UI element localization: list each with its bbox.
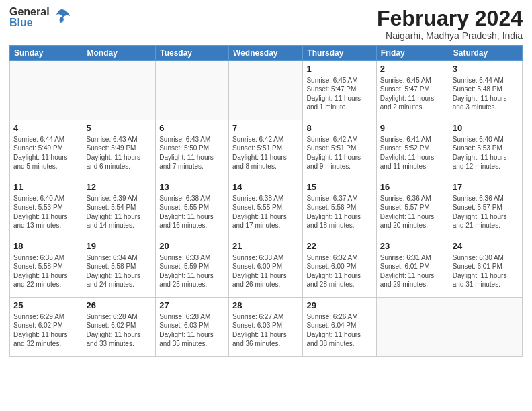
day-info: Sunrise: 6:44 AM Sunset: 5:49 PM Dayligh… (13, 135, 79, 171)
day-number: 2 (380, 63, 445, 75)
day-info: Sunrise: 6:35 AM Sunset: 5:58 PM Dayligh… (13, 253, 79, 289)
day-number: 20 (159, 240, 225, 253)
day-number: 10 (453, 122, 519, 134)
table-row: 9Sunrise: 6:41 AM Sunset: 5:52 PM Daylig… (376, 120, 449, 179)
table-row: 22Sunrise: 6:32 AM Sunset: 6:00 PM Dayli… (303, 238, 376, 298)
day-info: Sunrise: 6:30 AM Sunset: 6:01 PM Dayligh… (453, 253, 519, 289)
day-number: 19 (87, 240, 152, 253)
day-info: Sunrise: 6:33 AM Sunset: 6:00 PM Dayligh… (232, 253, 299, 289)
table-row: 20Sunrise: 6:33 AM Sunset: 5:59 PM Dayli… (156, 238, 229, 298)
table-row: 26Sunrise: 6:28 AM Sunset: 6:02 PM Dayli… (83, 298, 156, 357)
day-number: 14 (232, 181, 299, 193)
table-row (83, 61, 156, 120)
day-number: 26 (87, 300, 152, 312)
day-number: 24 (453, 240, 519, 253)
col-saturday: Saturday (449, 46, 522, 61)
table-row: 2Sunrise: 6:45 AM Sunset: 5:47 PM Daylig… (376, 61, 449, 120)
table-row: 27Sunrise: 6:28 AM Sunset: 6:03 PM Dayli… (156, 298, 229, 357)
calendar-table: Sunday Monday Tuesday Wednesday Thursday… (9, 45, 523, 357)
day-info: Sunrise: 6:41 AM Sunset: 5:52 PM Dayligh… (380, 135, 445, 171)
day-number: 27 (159, 300, 225, 312)
col-friday: Friday (376, 46, 449, 61)
day-info: Sunrise: 6:36 AM Sunset: 5:57 PM Dayligh… (380, 194, 445, 230)
table-row: 5Sunrise: 6:43 AM Sunset: 5:49 PM Daylig… (83, 120, 156, 179)
day-number: 23 (380, 240, 445, 253)
table-row (156, 61, 229, 120)
col-monday: Monday (83, 46, 156, 61)
table-row: 28Sunrise: 6:27 AM Sunset: 6:03 PM Dayli… (229, 298, 303, 357)
day-info: Sunrise: 6:31 AM Sunset: 6:01 PM Dayligh… (380, 253, 445, 289)
calendar-week-row: 1Sunrise: 6:45 AM Sunset: 5:47 PM Daylig… (10, 61, 523, 120)
calendar-week-row: 11Sunrise: 6:40 AM Sunset: 5:53 PM Dayli… (10, 179, 523, 238)
day-info: Sunrise: 6:39 AM Sunset: 5:54 PM Dayligh… (87, 194, 152, 230)
title-section: February 2024 Naigarhi, Madhya Pradesh, … (377, 7, 523, 41)
day-number: 1 (306, 63, 372, 75)
table-row: 6Sunrise: 6:43 AM Sunset: 5:50 PM Daylig… (156, 120, 229, 179)
col-tuesday: Tuesday (156, 46, 229, 61)
day-number: 3 (453, 63, 519, 75)
day-number: 7 (232, 122, 299, 134)
calendar-week-row: 25Sunrise: 6:29 AM Sunset: 6:02 PM Dayli… (10, 298, 523, 357)
day-info: Sunrise: 6:42 AM Sunset: 5:51 PM Dayligh… (232, 135, 299, 171)
table-row: 29Sunrise: 6:26 AM Sunset: 6:04 PM Dayli… (303, 298, 376, 357)
col-thursday: Thursday (303, 46, 376, 61)
logo-name: General Blue (9, 7, 50, 28)
month-year-title: February 2024 (377, 7, 523, 30)
table-row: 3Sunrise: 6:44 AM Sunset: 5:48 PM Daylig… (449, 61, 522, 120)
table-row: 16Sunrise: 6:36 AM Sunset: 5:57 PM Dayli… (376, 179, 449, 238)
logo-blue-text: Blue (9, 17, 50, 28)
logo-bird-icon (52, 7, 71, 28)
day-info: Sunrise: 6:36 AM Sunset: 5:57 PM Dayligh… (453, 194, 519, 230)
day-info: Sunrise: 6:26 AM Sunset: 6:04 PM Dayligh… (306, 312, 372, 349)
day-info: Sunrise: 6:43 AM Sunset: 5:50 PM Dayligh… (159, 135, 225, 171)
table-row (10, 61, 83, 120)
day-info: Sunrise: 6:33 AM Sunset: 5:59 PM Dayligh… (159, 253, 225, 289)
table-row (229, 61, 303, 120)
day-number: 28 (232, 300, 299, 312)
day-number: 5 (87, 122, 152, 134)
day-number: 6 (159, 122, 225, 134)
day-info: Sunrise: 6:44 AM Sunset: 5:48 PM Dayligh… (453, 76, 519, 112)
calendar-week-row: 18Sunrise: 6:35 AM Sunset: 5:58 PM Dayli… (10, 238, 523, 298)
day-number: 22 (306, 240, 372, 253)
table-row: 10Sunrise: 6:40 AM Sunset: 5:53 PM Dayli… (449, 120, 522, 179)
day-info: Sunrise: 6:42 AM Sunset: 5:51 PM Dayligh… (306, 135, 372, 171)
table-row: 4Sunrise: 6:44 AM Sunset: 5:49 PM Daylig… (10, 120, 83, 179)
table-row: 13Sunrise: 6:38 AM Sunset: 5:55 PM Dayli… (156, 179, 229, 238)
table-row: 21Sunrise: 6:33 AM Sunset: 6:00 PM Dayli… (229, 238, 303, 298)
day-info: Sunrise: 6:32 AM Sunset: 6:00 PM Dayligh… (306, 253, 372, 289)
col-wednesday: Wednesday (229, 46, 303, 61)
day-info: Sunrise: 6:40 AM Sunset: 5:53 PM Dayligh… (453, 135, 519, 171)
table-row: 12Sunrise: 6:39 AM Sunset: 5:54 PM Dayli… (83, 179, 156, 238)
day-info: Sunrise: 6:27 AM Sunset: 6:03 PM Dayligh… (232, 312, 299, 349)
table-row: 19Sunrise: 6:34 AM Sunset: 5:58 PM Dayli… (83, 238, 156, 298)
table-row (449, 298, 522, 357)
day-number: 8 (306, 122, 372, 134)
table-row: 7Sunrise: 6:42 AM Sunset: 5:51 PM Daylig… (229, 120, 303, 179)
day-info: Sunrise: 6:45 AM Sunset: 5:47 PM Dayligh… (380, 76, 445, 112)
day-number: 17 (453, 181, 519, 193)
table-row: 17Sunrise: 6:36 AM Sunset: 5:57 PM Dayli… (449, 179, 522, 238)
table-row: 25Sunrise: 6:29 AM Sunset: 6:02 PM Dayli… (10, 298, 83, 357)
day-info: Sunrise: 6:45 AM Sunset: 5:47 PM Dayligh… (306, 76, 372, 112)
table-row: 23Sunrise: 6:31 AM Sunset: 6:01 PM Dayli… (376, 238, 449, 298)
day-number: 21 (232, 240, 299, 253)
table-row: 1Sunrise: 6:45 AM Sunset: 5:47 PM Daylig… (303, 61, 376, 120)
day-info: Sunrise: 6:38 AM Sunset: 5:55 PM Dayligh… (159, 194, 225, 230)
day-info: Sunrise: 6:40 AM Sunset: 5:53 PM Dayligh… (13, 194, 79, 230)
page: General Blue February 2024 Naigarhi, Mad… (0, 0, 532, 411)
day-info: Sunrise: 6:34 AM Sunset: 5:58 PM Dayligh… (87, 253, 152, 289)
table-row: 24Sunrise: 6:30 AM Sunset: 6:01 PM Dayli… (449, 238, 522, 298)
day-info: Sunrise: 6:37 AM Sunset: 5:56 PM Dayligh… (306, 194, 372, 230)
day-number: 18 (13, 240, 79, 253)
day-number: 16 (380, 181, 445, 193)
table-row: 18Sunrise: 6:35 AM Sunset: 5:58 PM Dayli… (10, 238, 83, 298)
day-number: 11 (13, 181, 79, 193)
calendar-header-row: Sunday Monday Tuesday Wednesday Thursday… (10, 46, 523, 61)
day-info: Sunrise: 6:43 AM Sunset: 5:49 PM Dayligh… (87, 135, 152, 171)
calendar-week-row: 4Sunrise: 6:44 AM Sunset: 5:49 PM Daylig… (10, 120, 523, 179)
day-info: Sunrise: 6:28 AM Sunset: 6:03 PM Dayligh… (159, 312, 225, 349)
table-row (376, 298, 449, 357)
day-info: Sunrise: 6:38 AM Sunset: 5:55 PM Dayligh… (232, 194, 299, 230)
day-info: Sunrise: 6:28 AM Sunset: 6:02 PM Dayligh… (87, 312, 152, 349)
